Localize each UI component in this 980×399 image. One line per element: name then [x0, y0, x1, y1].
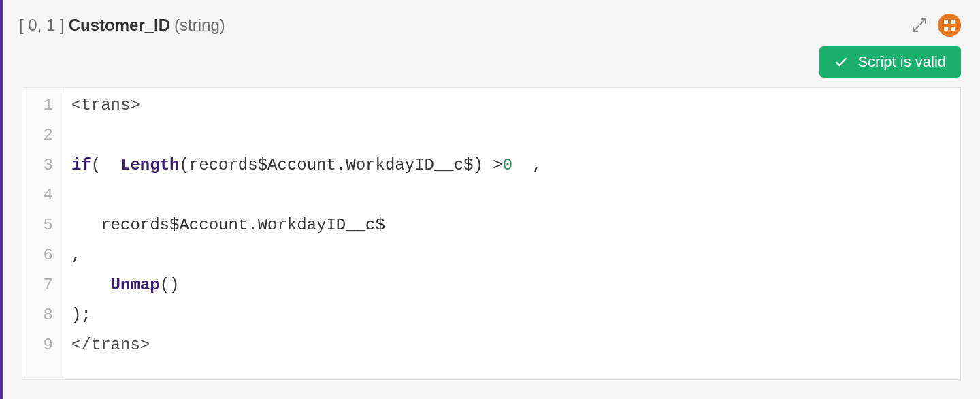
header-actions: [911, 14, 961, 37]
code-area[interactable]: <trans> if( Length(records$Account.Workd…: [63, 88, 960, 379]
line-number: 7: [36, 270, 53, 300]
code-token: ,: [71, 246, 81, 264]
apps-grid-button[interactable]: [938, 14, 961, 37]
code-token: ,: [512, 156, 542, 174]
code-token: if: [71, 156, 91, 174]
code-line[interactable]: [71, 180, 952, 210]
line-number: 1: [36, 91, 53, 121]
code-token: (records$Account.WorkdayID__c$) >: [179, 156, 502, 174]
code-token: Length: [111, 156, 180, 174]
code-token: );: [71, 306, 91, 324]
code-token: (): [160, 276, 180, 294]
field-name: Customer_ID: [69, 16, 170, 35]
check-icon: [834, 55, 848, 69]
field-cardinality: [ 0, 1 ]: [19, 16, 65, 35]
line-number-gutter: 123456789: [22, 88, 63, 379]
svg-rect-3: [951, 27, 955, 31]
code-line[interactable]: );: [71, 300, 952, 330]
expand-icon[interactable]: [911, 16, 928, 34]
panel-header: [ 0, 1 ] Customer_ID (string): [3, 0, 980, 44]
code-line[interactable]: Unmap(): [71, 270, 952, 300]
field-title: [ 0, 1 ] Customer_ID (string): [19, 16, 225, 35]
line-number: 2: [36, 121, 53, 150]
svg-rect-2: [944, 27, 948, 31]
code-token: Unmap: [111, 276, 160, 294]
code-line[interactable]: <trans>: [71, 91, 952, 121]
status-row: Script is valid: [3, 44, 980, 87]
validation-status-badge: Script is valid: [819, 46, 961, 78]
line-number: 9: [36, 330, 53, 360]
line-number: 6: [36, 240, 53, 270]
code-line[interactable]: [71, 121, 952, 150]
code-token: [71, 276, 111, 294]
svg-rect-1: [951, 20, 955, 24]
code-token: records$Account.WorkdayID__c$: [71, 216, 385, 234]
code-token: <trans>: [71, 96, 140, 114]
line-number: 8: [36, 300, 53, 330]
code-token: </trans>: [71, 336, 150, 354]
script-panel: [ 0, 1 ] Customer_ID (string): [0, 0, 980, 399]
code-line[interactable]: </trans>: [71, 330, 952, 360]
validation-status-text: Script is valid: [858, 53, 946, 71]
code-token: 0: [503, 156, 512, 174]
code-line[interactable]: records$Account.WorkdayID__c$: [71, 210, 952, 240]
line-number: 4: [36, 180, 53, 210]
line-number: 3: [36, 150, 53, 180]
line-number: 5: [36, 210, 53, 240]
svg-rect-0: [944, 20, 948, 24]
code-line[interactable]: if( Length(records$Account.WorkdayID__c$…: [71, 150, 952, 180]
code-line[interactable]: ,: [71, 240, 952, 270]
code-editor[interactable]: 123456789 <trans> if( Length(records$Acc…: [22, 87, 961, 380]
code-token: (: [91, 156, 111, 174]
field-type: (string): [174, 16, 225, 35]
